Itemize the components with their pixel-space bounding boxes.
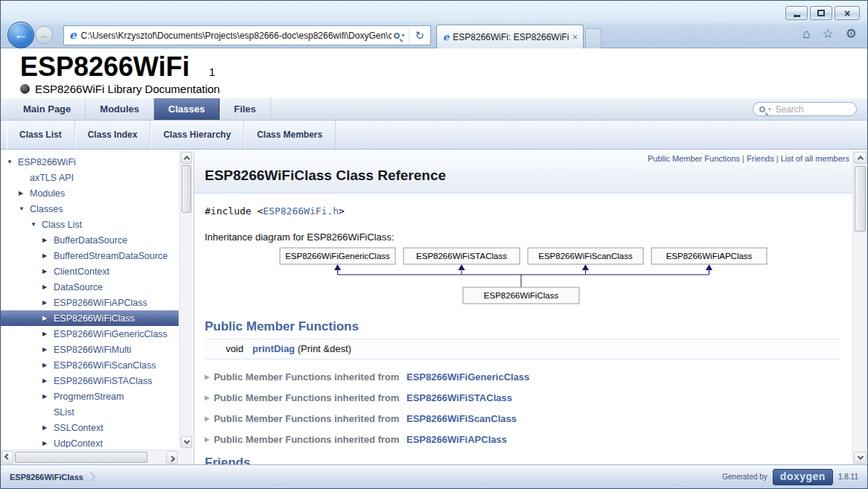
expand-arrow-icon[interactable] xyxy=(42,424,54,431)
inherit-header-esp8266wifistaclass[interactable]: Public Member Functions inherited from E… xyxy=(205,391,840,404)
content-scroll-down-button[interactable] xyxy=(854,452,867,464)
collapse-arrow-icon[interactable] xyxy=(7,159,18,165)
sidebar-horizontal-scrollbar[interactable] xyxy=(1,450,179,464)
diagram-box-generic-class[interactable]: ESP8266WiFiGenericClass xyxy=(285,252,390,261)
tab-classes[interactable]: Classes xyxy=(154,98,220,120)
class-link-esp8266wifistaclass[interactable]: ESP8266WiFiSTAClass xyxy=(406,392,512,403)
tab-class-members[interactable]: Class Members xyxy=(244,121,336,149)
scroll-up-button[interactable] xyxy=(181,152,192,164)
search-dropdown-caret-icon: ▾ xyxy=(768,106,771,112)
address-search-button[interactable]: ▾ xyxy=(392,32,406,39)
sidebar-hscroll-thumb[interactable] xyxy=(15,452,147,463)
tab-modules[interactable]: Modules xyxy=(86,98,154,120)
tree-item-udpcontext[interactable]: UdpContext xyxy=(1,435,179,448)
back-button[interactable]: ← xyxy=(7,22,34,48)
tree-item-esp8266wifi[interactable]: ESP8266WiFi xyxy=(1,154,179,170)
inherit-header-esp8266wifigenericclass[interactable]: Public Member Functions inherited from E… xyxy=(205,370,840,383)
search-box[interactable]: ▾ xyxy=(753,102,857,116)
diagram-box-ap-class[interactable]: ESP8266WiFiAPClass xyxy=(666,252,753,261)
chevron-up-icon xyxy=(857,156,863,162)
tab-close-button[interactable]: × xyxy=(572,32,578,42)
expand-arrow-icon[interactable] xyxy=(42,284,54,290)
dropdown-caret-icon: ▾ xyxy=(401,32,404,39)
expand-arrow-icon[interactable] xyxy=(42,299,54,306)
tree-item-clientcontext[interactable]: ClientContext xyxy=(1,263,179,279)
summary-link-friends[interactable]: Friends xyxy=(747,154,774,163)
tab-class-hierarchy[interactable]: Class Hierarchy xyxy=(150,121,244,149)
diagram-box-sta-class[interactable]: ESP8266WiFiSTAClass xyxy=(416,252,507,261)
include-file-link[interactable]: ESP8266WiFi.h xyxy=(263,205,339,217)
diagram-box-wifi-class[interactable]: ESP8266WiFiClass xyxy=(484,291,559,300)
sidebar-vscroll-thumb[interactable] xyxy=(182,165,191,213)
home-button[interactable]: ⌂ xyxy=(802,28,810,40)
member-link-printdiag[interactable]: printDiag xyxy=(252,343,295,354)
tree-item-slist[interactable]: SList xyxy=(1,404,179,420)
tree-item-label: ESP8266WiFiClass xyxy=(54,313,135,324)
tree-item-esp8266wifiscanclass[interactable]: ESP8266WiFiScanClass xyxy=(1,357,179,373)
tree-item-esp8266wifigenericclass[interactable]: ESP8266WiFiGenericClass xyxy=(1,326,179,342)
collapse-arrow-icon[interactable] xyxy=(19,205,30,212)
tree-item-progmemstream[interactable]: ProgmemStream xyxy=(1,389,179,404)
doxygen-logo[interactable]: doxygen xyxy=(773,469,833,485)
expand-arrow-icon[interactable] xyxy=(42,237,54,243)
chevron-down-icon xyxy=(183,438,189,444)
summary-link-list-of-all-members[interactable]: List of all members xyxy=(781,154,849,163)
class-link-esp8266wifiapclass[interactable]: ESP8266WiFiAPClass xyxy=(406,434,507,445)
tree-item-bufferdatasource[interactable]: BufferDataSource xyxy=(1,232,179,248)
tree-item-esp8266wifiapclass[interactable]: ESP8266WiFiAPClass xyxy=(1,295,179,310)
tree-item-bufferedstreamdatasource[interactable]: BufferedStreamDataSource xyxy=(1,248,179,263)
diagram-box-scan-class[interactable]: ESP8266WiFiScanClass xyxy=(538,252,633,261)
tab-main-page[interactable]: Main Page xyxy=(9,98,86,120)
inherit-header-esp8266wifiscanclass[interactable]: Public Member Functions inherited from E… xyxy=(205,412,840,425)
class-link-esp8266wifiscanclass[interactable]: ESP8266WiFiScanClass xyxy=(406,413,517,424)
expand-arrow-icon[interactable] xyxy=(42,346,54,353)
maximize-button[interactable] xyxy=(810,6,832,20)
new-tab-button[interactable] xyxy=(585,28,601,48)
tree-item-classes[interactable]: Classes xyxy=(1,201,179,217)
tab-files[interactable]: Files xyxy=(220,98,271,120)
breadcrumb[interactable]: ESP8266WiFiClass xyxy=(10,473,95,482)
content-vscroll-thumb[interactable] xyxy=(855,166,866,231)
expand-arrow-icon[interactable] xyxy=(42,377,54,384)
sidebar-vertical-scrollbar[interactable] xyxy=(179,151,193,449)
refresh-button[interactable]: ↻ xyxy=(415,30,424,41)
close-window-button[interactable]: × xyxy=(835,6,860,20)
expand-arrow-icon[interactable] xyxy=(42,252,54,259)
tree-item-esp8266wifistaclass[interactable]: ESP8266WiFiSTAClass xyxy=(1,373,179,389)
tree-item-sslcontext[interactable]: SSLContext xyxy=(1,420,179,435)
search-input[interactable] xyxy=(774,103,850,115)
tab-class-index[interactable]: Class Index xyxy=(75,121,151,149)
tree-item-class-list[interactable]: Class List xyxy=(1,217,179,232)
class-link-esp8266wifigenericclass[interactable]: ESP8266WiFiGenericClass xyxy=(406,371,529,383)
address-bar[interactable]: e C:\Users\Krzysztof\Documents\Projects\… xyxy=(63,25,431,45)
scroll-left-button[interactable] xyxy=(1,451,13,464)
expand-arrow-icon[interactable] xyxy=(42,440,54,447)
url-text[interactable]: C:\Users\Krzysztof\Documents\Projects\es… xyxy=(81,31,392,41)
tree-item-modules[interactable]: Modules xyxy=(1,185,179,201)
browser-tab[interactable]: e ESP8266WiFi: ESP8266WiFi... × xyxy=(436,25,584,48)
expand-arrow-icon[interactable] xyxy=(19,190,30,196)
content-vertical-scrollbar[interactable] xyxy=(852,151,867,464)
collapse-arrow-icon[interactable] xyxy=(31,221,42,228)
minimize-button[interactable] xyxy=(785,6,808,20)
content-scroll-up-button[interactable] xyxy=(854,152,867,164)
tree-item-axtls-api[interactable]: axTLS API xyxy=(1,170,179,185)
expand-arrow-icon[interactable] xyxy=(42,315,54,322)
inherit-header-esp8266wifiapclass[interactable]: Public Member Functions inherited from E… xyxy=(205,432,840,446)
expand-arrow-icon[interactable] xyxy=(42,362,54,368)
breadcrumb-item[interactable]: ESP8266WiFiClass xyxy=(10,473,83,482)
tools-button[interactable]: ⚙ xyxy=(846,28,857,40)
tree-item-datasource[interactable]: DataSource xyxy=(1,279,179,295)
tree-item-esp8266wificlass[interactable]: ESP8266WiFiClass xyxy=(1,310,179,326)
expand-arrow-icon[interactable] xyxy=(42,330,54,337)
scroll-down-button[interactable] xyxy=(181,436,192,448)
tree-item-esp8266wifimulti[interactable]: ESP8266WiFiMulti xyxy=(1,342,179,357)
summary-link-public-member-functions[interactable]: Public Member Functions xyxy=(648,154,740,163)
expand-arrow-icon[interactable] xyxy=(42,393,54,400)
forward-button[interactable]: → xyxy=(35,26,53,44)
favorites-button[interactable]: ☆ xyxy=(823,28,834,40)
inherit-header-text: Public Member Functions inherited from xyxy=(214,434,402,445)
tab-class-list[interactable]: Class List xyxy=(7,121,75,149)
scroll-right-button[interactable] xyxy=(166,451,178,464)
expand-arrow-icon[interactable] xyxy=(42,268,54,275)
